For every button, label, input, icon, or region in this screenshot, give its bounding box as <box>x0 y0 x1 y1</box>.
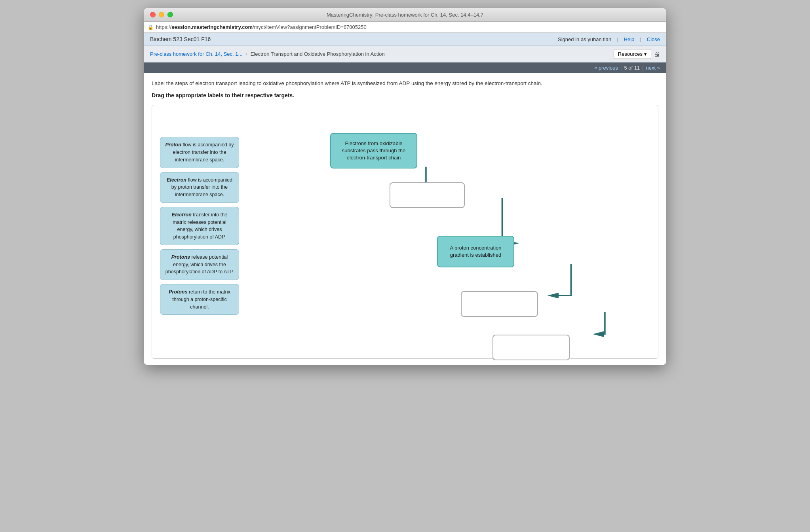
maximize-button[interactable] <box>167 12 173 17</box>
nav-pipe2: | <box>642 65 643 71</box>
flow-box-1: Electrons from oxidizable substrates pas… <box>330 133 417 168</box>
url-domain: session.masteringchemistry.com <box>171 24 253 30</box>
drag-instruction: Drag the appropriate labels to their res… <box>152 92 658 98</box>
divider2: | <box>640 36 641 42</box>
minimize-button[interactable] <box>159 12 164 17</box>
header-bar: Biochem 523 Sec01 F16 Signed in as yuhan… <box>144 33 666 46</box>
header-right: Signed in as yuhan tian | Help | Close <box>558 36 660 42</box>
breadcrumb: Pre-class homework for Ch. 14, Sec. 1...… <box>150 51 385 57</box>
close-button[interactable] <box>150 12 156 17</box>
url-path: /myct/itemView?assignmentProblemID=67805… <box>253 24 367 30</box>
question-text: Label the steps of electron transport le… <box>152 80 658 87</box>
breadcrumb-separator: › <box>245 51 247 57</box>
breadcrumb-actions: Resources ▾ 🖨 <box>614 49 660 59</box>
close-link[interactable]: Close <box>647 36 660 42</box>
flow-box-4[interactable] <box>461 291 538 317</box>
window-title: MasteringChemistry: Pre-class homework f… <box>327 12 483 18</box>
url-display[interactable]: https://session.masteringchemistry.com/m… <box>156 24 662 30</box>
flow-box-5[interactable] <box>492 335 570 360</box>
diagram-area: Proton flow is accompanied by electron t… <box>152 105 658 359</box>
lock-icon: 🔒 <box>148 25 154 30</box>
breadcrumb-link[interactable]: Pre-class homework for Ch. 14, Sec. 1... <box>150 51 242 57</box>
label-card-4[interactable]: Protons release potential energy, which … <box>160 249 239 280</box>
url-protocol: https:// <box>156 24 171 30</box>
window-controls <box>150 12 173 17</box>
previous-link[interactable]: « previous <box>594 65 618 71</box>
print-icon[interactable]: 🖨 <box>654 51 660 58</box>
nav-pipe1: | <box>620 65 622 71</box>
next-link[interactable]: next » <box>646 65 660 71</box>
flow-inner: Electrons from oxidizable substrates pas… <box>251 121 646 343</box>
divider1: | <box>617 36 618 42</box>
course-name: Biochem 523 Sec01 F16 <box>150 36 211 42</box>
resources-button[interactable]: Resources ▾ <box>614 49 651 59</box>
chevron-down-icon: ▾ <box>644 51 647 57</box>
labels-column: Proton flow is accompanied by electron t… <box>160 113 239 350</box>
signed-in-text: Signed in as yuhan tian <box>558 36 611 42</box>
flow-arrows-svg <box>251 121 646 343</box>
label-card-2[interactable]: Electron flow is accompanied by proton t… <box>160 172 239 203</box>
label-card-5[interactable]: Protons return to the matrix through a p… <box>160 284 239 315</box>
nav-position: 5 of 11 <box>624 65 640 71</box>
flow-box-3-text: A proton concentration gradient is estab… <box>442 244 510 259</box>
flow-box-1-text: Electrons from oxidizable substrates pas… <box>335 140 413 162</box>
label-card-3[interactable]: Electron transfer into the matrix releas… <box>160 207 239 245</box>
breadcrumb-current: Electron Transport and Oxidative Phospho… <box>251 51 385 57</box>
nav-bar: « previous | 5 of 11 | next » <box>144 62 666 73</box>
help-link[interactable]: Help <box>624 36 635 42</box>
label-card-1[interactable]: Proton flow is accompanied by electron t… <box>160 137 239 168</box>
app-window: MasteringChemistry: Pre-class homework f… <box>144 8 666 365</box>
breadcrumb-bar: Pre-class homework for Ch. 14, Sec. 1...… <box>144 46 666 62</box>
flow-box-2[interactable] <box>390 182 465 208</box>
flow-area: Electrons from oxidizable substrates pas… <box>247 113 650 350</box>
main-content: Label the steps of electron transport le… <box>144 73 666 365</box>
urlbar: 🔒 https://session.masteringchemistry.com… <box>144 22 666 33</box>
resources-label: Resources <box>618 51 643 57</box>
flow-box-3: A proton concentration gradient is estab… <box>437 236 514 267</box>
titlebar: MasteringChemistry: Pre-class homework f… <box>144 8 666 22</box>
